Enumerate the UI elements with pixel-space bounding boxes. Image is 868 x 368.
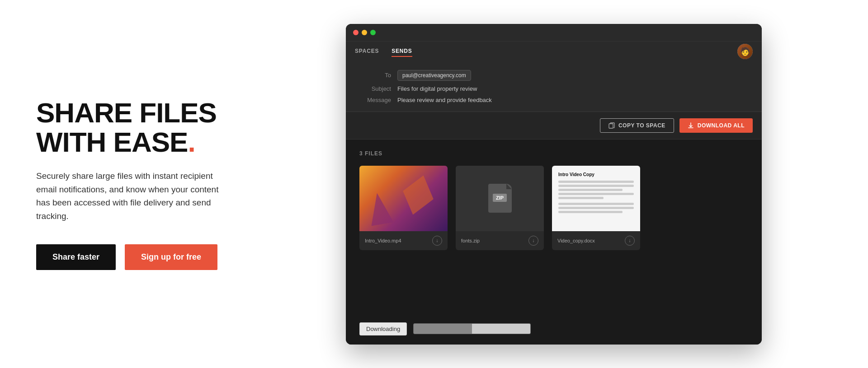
downloading-label: Downloading xyxy=(359,322,407,335)
copy-to-space-button[interactable]: COPY TO SPACE xyxy=(600,118,674,133)
subject-row: Subject Files for digital property revie… xyxy=(359,85,748,92)
zip-label: ZIP xyxy=(493,194,507,202)
minimize-window-button[interactable] xyxy=(362,30,367,35)
download-file-button[interactable]: ↓ xyxy=(625,236,635,246)
download-arrow-icon: ↓ xyxy=(532,238,535,243)
email-form: To paul@creativeagency.com Subject Files… xyxy=(346,62,762,112)
file-name: fonts.zip xyxy=(461,238,480,243)
nav-tabs: SPACES SENDS xyxy=(355,46,412,57)
doc-line xyxy=(558,203,634,205)
file-info: Intro_Video.mp4 ↓ xyxy=(359,231,448,250)
subject-value: Files for digital property review xyxy=(397,85,477,92)
action-row: COPY TO SPACE DOWNLOAD ALL xyxy=(346,112,762,140)
download-progress-area: Downloading xyxy=(346,317,762,345)
file-name: Video_copy.docx xyxy=(557,238,595,243)
download-file-button[interactable]: ↓ xyxy=(432,236,442,246)
cta-buttons: Share faster Sign up for free xyxy=(36,244,222,270)
right-panel: SPACES SENDS 🧑 To paul@creativeagency.co… xyxy=(258,6,868,363)
list-item: ZIP fonts.zip ↓ xyxy=(456,166,544,250)
files-area: 3 FILES Intro_Video.mp4 ↓ xyxy=(346,140,762,317)
share-faster-button[interactable]: Share faster xyxy=(36,244,116,270)
doc-line xyxy=(558,197,604,199)
to-label: To xyxy=(359,72,391,79)
file-info: Video_copy.docx ↓ xyxy=(552,231,640,250)
files-count-label: 3 FILES xyxy=(359,150,748,157)
avatar-image: 🧑 xyxy=(737,44,753,59)
list-item: Intro Video Copy xyxy=(552,166,640,250)
download-arrow-icon: ↓ xyxy=(628,238,631,243)
progress-bar xyxy=(413,323,531,334)
video-thumbnail-art xyxy=(359,166,448,231)
files-grid: Intro_Video.mp4 ↓ ZIP xyxy=(359,166,748,250)
headline-dot: . xyxy=(188,126,195,158)
headline-line2: WITH EASE xyxy=(36,126,188,158)
message-label: Message xyxy=(359,97,391,103)
copy-icon xyxy=(609,122,615,129)
left-panel: SHARE FILES WITH EASE. Securely share la… xyxy=(0,71,258,297)
list-item: Intro_Video.mp4 ↓ xyxy=(359,166,448,250)
message-row: Message Please review and provide feedba… xyxy=(359,97,748,103)
window-controls xyxy=(353,30,376,35)
close-window-button[interactable] xyxy=(353,30,359,35)
maximize-window-button[interactable] xyxy=(370,30,376,35)
avatar[interactable]: 🧑 xyxy=(737,44,753,59)
to-row: To paul@creativeagency.com xyxy=(359,70,748,81)
doc-line xyxy=(558,181,634,183)
progress-fill xyxy=(414,324,472,334)
doc-line xyxy=(558,185,634,187)
file-thumbnail-video xyxy=(359,166,448,231)
download-all-button[interactable]: DOWNLOAD ALL xyxy=(679,118,753,133)
doc-line xyxy=(558,211,623,213)
message-value: Please review and provide feedback xyxy=(397,97,492,103)
doc-line xyxy=(558,207,634,209)
signup-button[interactable]: Sign up for free xyxy=(125,244,217,270)
tab-sends[interactable]: SENDS xyxy=(392,46,412,57)
zip-file-icon: ZIP xyxy=(488,184,512,213)
doc-thumbnail-art: Intro Video Copy xyxy=(552,166,640,231)
file-thumbnail-doc: Intro Video Copy xyxy=(552,166,640,231)
headline-line1: SHARE FILES xyxy=(36,97,217,128)
nav-bar: SPACES SENDS 🧑 xyxy=(346,41,762,62)
download-arrow-icon: ↓ xyxy=(436,238,439,243)
subject-label: Subject xyxy=(359,85,391,92)
file-name: Intro_Video.mp4 xyxy=(365,238,401,243)
progress-remainder xyxy=(472,324,530,334)
svg-rect-0 xyxy=(609,124,613,128)
doc-title: Intro Video Copy xyxy=(558,172,634,177)
subtext: Securely share large files with instant … xyxy=(36,169,222,223)
download-icon xyxy=(688,122,694,129)
doc-line xyxy=(558,189,623,191)
file-info: fonts.zip ↓ xyxy=(456,231,544,250)
app-window: SPACES SENDS 🧑 To paul@creativeagency.co… xyxy=(346,24,762,345)
file-thumbnail-zip: ZIP xyxy=(456,166,544,231)
zip-thumbnail-art: ZIP xyxy=(456,166,544,231)
download-file-button[interactable]: ↓ xyxy=(528,236,538,246)
tab-spaces[interactable]: SPACES xyxy=(355,46,379,57)
doc-line xyxy=(558,193,634,195)
main-headline: SHARE FILES WITH EASE. xyxy=(36,98,222,157)
to-value[interactable]: paul@creativeagency.com xyxy=(397,70,471,81)
title-bar xyxy=(346,24,762,41)
